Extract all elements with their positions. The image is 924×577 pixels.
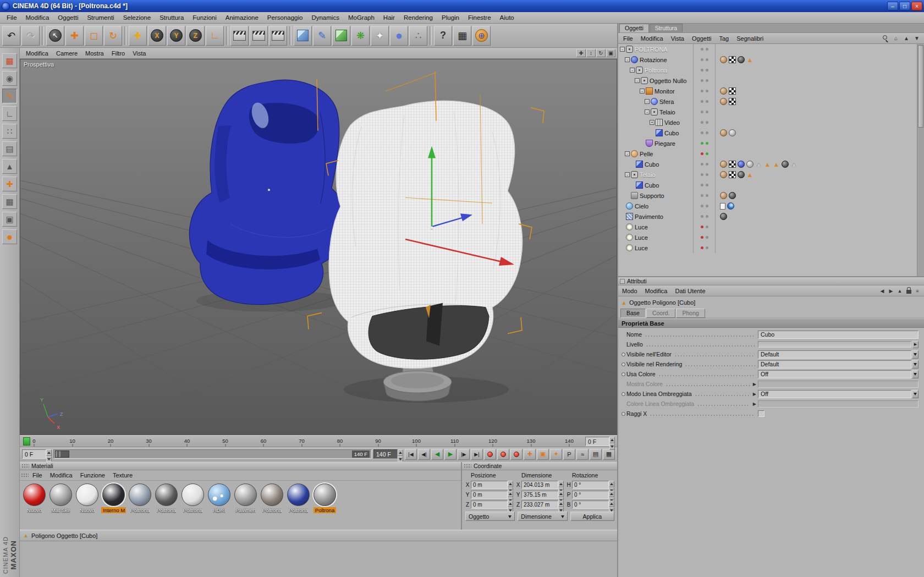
mat-tag-icon[interactable]	[720, 87, 727, 95]
tree-row[interactable]: -Sfera	[618, 96, 917, 107]
material-item[interactable]: Mat Ske	[48, 483, 73, 513]
record-parameter-button[interactable]	[510, 449, 522, 460]
tree-item[interactable]: -Telaio	[618, 107, 693, 117]
goto-next-key-button[interactable]: |▶	[458, 449, 470, 460]
undock-icon[interactable]: ▲	[897, 287, 903, 295]
dropdown-value[interactable]: Default	[758, 360, 911, 369]
visibility-dot-icon[interactable]	[706, 69, 708, 72]
tree-row[interactable]: Cubo	[618, 159, 917, 169]
material-item[interactable]: Nuovo	[22, 483, 47, 513]
minimize-button[interactable]: –	[887, 2, 898, 10]
oggetto-dropdown[interactable]: Oggetto	[465, 512, 515, 521]
visibility-dot-icon[interactable]	[706, 111, 708, 113]
collapse-icon[interactable]: -	[620, 47, 625, 52]
menu-oggetti[interactable]: Oggetti	[53, 13, 82, 22]
scroll-down-icon[interactable]: ▼	[912, 35, 921, 42]
menu-dynamics[interactable]: Dynamics	[307, 13, 343, 22]
mat-tag-icon[interactable]	[720, 98, 727, 105]
sphere-dark-tag-icon[interactable]	[738, 171, 745, 178]
redo-button[interactable]: ↷	[21, 26, 40, 46]
visibility-dot-icon[interactable]	[701, 48, 703, 51]
spin-up-icon[interactable]	[609, 481, 614, 487]
visibility-dot-icon[interactable]	[701, 236, 703, 239]
render-view-button[interactable]	[230, 26, 249, 46]
tree-row[interactable]: Supporto	[618, 190, 917, 201]
material-sphere-icon[interactable]	[102, 483, 125, 506]
menu-funzioni[interactable]: Funzioni	[188, 13, 221, 22]
coordinate-input[interactable]: 0 m	[471, 481, 508, 489]
menu-selezione[interactable]: Selezione	[119, 13, 156, 22]
polygons-mode-button[interactable]: ▲	[2, 159, 17, 174]
tree-row[interactable]: Luce	[618, 232, 917, 243]
tree-item[interactable]: Cubo	[618, 159, 693, 169]
material-item[interactable]: Poltrona	[286, 483, 311, 513]
pan-view-icon[interactable]: ✚	[576, 49, 586, 57]
coordinate-input[interactable]: 233.027 m	[521, 501, 558, 509]
scale-tool[interactable]: ◻	[85, 26, 103, 46]
viewport[interactable]: Y Z X Prospettiva	[20, 59, 617, 435]
material-item[interactable]: Poltrona	[154, 483, 179, 513]
sphere-dark-tag-icon[interactable]	[782, 161, 789, 168]
material-sphere-icon[interactable]	[76, 483, 98, 506]
tree-item[interactable]: -Rotazione	[618, 54, 693, 65]
collapse-icon[interactable]: -	[625, 57, 630, 62]
coordinate-input[interactable]: 0 °	[572, 501, 609, 509]
coordinate-input[interactable]: 204.013 m	[521, 481, 558, 489]
dropdown-arrow-icon[interactable]	[912, 390, 919, 398]
spin-up-icon[interactable]	[609, 437, 615, 443]
visibility-dot-icon[interactable]	[701, 58, 703, 61]
help-button[interactable]: ?	[434, 26, 452, 46]
collapse-icon[interactable]: -	[630, 68, 635, 73]
spin-up-icon[interactable]	[508, 501, 513, 507]
visibility-dot-icon[interactable]	[701, 246, 703, 249]
object-label[interactable]: Video	[664, 119, 680, 126]
spin-up-icon[interactable]	[558, 491, 564, 497]
sphere-gray-tag-icon[interactable]	[746, 161, 754, 168]
rotate-tool[interactable]: ↻	[104, 26, 122, 46]
visibility-dot-icon[interactable]	[706, 58, 708, 61]
collapse-icon[interactable]: -	[625, 172, 630, 177]
material-item[interactable]: Poltrona	[260, 483, 284, 513]
checker-tag-icon[interactable]	[729, 56, 736, 63]
visibility-dot-icon[interactable]	[706, 194, 708, 197]
tree-item[interactable]: Supporto	[618, 190, 693, 201]
checker-tag-icon[interactable]	[729, 161, 736, 168]
coordinate-input[interactable]: 0 °	[572, 491, 609, 499]
visibility-dot-icon[interactable]	[706, 246, 708, 249]
axis-mode-button[interactable]: ✚	[2, 177, 17, 191]
tree-row[interactable]: Cubo	[618, 128, 917, 138]
tree-row[interactable]: -Oggetto Nullo	[618, 75, 917, 86]
pla-button[interactable]: P	[563, 449, 575, 460]
visibility-dot-icon[interactable]	[706, 152, 708, 155]
tree-item[interactable]: Cubo	[618, 128, 693, 138]
attributes-panel-header[interactable]: Attributi	[618, 277, 924, 285]
timeline-window-button[interactable]: ▦	[603, 449, 615, 460]
tri-orange-tag-icon[interactable]	[746, 56, 754, 63]
visibility-dot-icon[interactable]	[706, 121, 708, 124]
materials-menu-file[interactable]: File	[29, 471, 46, 479]
timeline-ruler[interactable]: 0 F 0102030405060708090100110120130140	[20, 435, 617, 447]
range-end-input[interactable]: 140 F	[373, 449, 398, 459]
coordinate-system-button[interactable]: ∟	[206, 26, 224, 46]
tri-gray-tag-icon[interactable]	[755, 161, 762, 168]
object-label[interactable]: Piegare	[654, 140, 675, 147]
object-label[interactable]: Cielo	[635, 203, 648, 210]
tree-item[interactable]: Cielo	[618, 201, 693, 211]
attr-menu-dati-utente[interactable]: Dati Utente	[672, 287, 710, 295]
visibility-dot-icon[interactable]	[701, 111, 703, 113]
render-picture-viewer-button[interactable]	[250, 26, 268, 46]
object-label[interactable]: Cubo	[645, 182, 659, 189]
material-item[interactable]: Pavimen	[233, 483, 258, 513]
tree-item[interactable]: -Sfera	[618, 96, 693, 107]
add-subdivision-surface-button[interactable]	[332, 26, 350, 46]
tree-item[interactable]: Luce	[618, 243, 693, 253]
add-cube-button[interactable]	[294, 26, 312, 46]
materials-menu-texture[interactable]: Texture	[109, 471, 136, 479]
visibility-dot-icon[interactable]	[706, 184, 708, 186]
om-menu-tag[interactable]: Tag	[715, 35, 733, 42]
live-selection-tool[interactable]: ↖	[46, 26, 64, 46]
visibility-dot-icon[interactable]	[701, 100, 703, 103]
dolly-view-icon[interactable]: ↕	[586, 49, 596, 57]
checker-tag-icon[interactable]	[729, 87, 736, 95]
motion-button[interactable]: ▤	[590, 449, 602, 460]
